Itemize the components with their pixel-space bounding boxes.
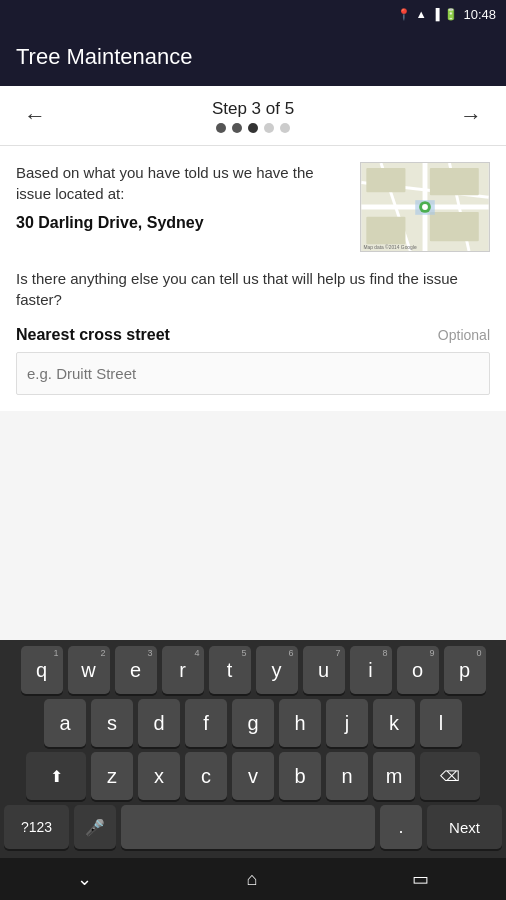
key-m[interactable]: m xyxy=(373,752,415,800)
cross-street-input[interactable] xyxy=(16,352,490,395)
key-z[interactable]: z xyxy=(91,752,133,800)
app-bar-title: Tree Maintenance xyxy=(16,44,193,70)
keyboard: q1 w2 e3 r4 t5 y6 u7 i8 o9 p0 a s d f g … xyxy=(0,640,506,858)
status-time: 10:48 xyxy=(463,7,496,22)
step-header: ← Step 3 of 5 → xyxy=(0,86,506,146)
nav-home-icon[interactable]: ⌂ xyxy=(247,869,258,890)
key-numbers[interactable]: ?123 xyxy=(4,805,69,849)
forward-button[interactable]: → xyxy=(452,95,490,137)
dot-5 xyxy=(280,123,290,133)
svg-rect-9 xyxy=(366,217,405,244)
key-y[interactable]: y6 xyxy=(256,646,298,694)
bottom-nav: ⌄ ⌂ ▭ xyxy=(0,858,506,900)
svg-text:Map data ©2014 Google: Map data ©2014 Google xyxy=(363,244,416,250)
key-r[interactable]: r4 xyxy=(162,646,204,694)
battery-icon: 🔋 xyxy=(444,8,458,21)
key-s[interactable]: s xyxy=(91,699,133,747)
keyboard-row-2: a s d f g h j k l xyxy=(4,699,502,747)
keyboard-row-1: q1 w2 e3 r4 t5 y6 u7 i8 o9 p0 xyxy=(4,646,502,694)
dot-4 xyxy=(264,123,274,133)
key-o[interactable]: o9 xyxy=(397,646,439,694)
key-u[interactable]: u7 xyxy=(303,646,345,694)
nav-back-icon[interactable]: ⌄ xyxy=(77,868,92,890)
key-l[interactable]: l xyxy=(420,699,462,747)
field-optional: Optional xyxy=(438,327,490,343)
key-mic[interactable]: 🎤 xyxy=(74,805,116,849)
content-area: Based on what you have told us we have t… xyxy=(0,146,506,411)
location-address: 30 Darling Drive, Sydney xyxy=(16,214,348,232)
back-button[interactable]: ← xyxy=(16,95,54,137)
key-x[interactable]: x xyxy=(138,752,180,800)
key-k[interactable]: k xyxy=(373,699,415,747)
key-v[interactable]: v xyxy=(232,752,274,800)
key-f[interactable]: f xyxy=(185,699,227,747)
field-label-row: Nearest cross street Optional xyxy=(16,326,490,344)
step-title: Step 3 of 5 xyxy=(212,99,294,119)
svg-rect-8 xyxy=(430,212,479,241)
key-b[interactable]: b xyxy=(279,752,321,800)
location-text: Based on what you have told us we have t… xyxy=(16,162,360,232)
status-bar: 📍 ▲ ▐ 🔋 10:48 xyxy=(0,0,506,28)
key-e[interactable]: e3 xyxy=(115,646,157,694)
key-delete[interactable]: ⌫ xyxy=(420,752,480,800)
signal-icon: ▐ xyxy=(432,8,440,20)
keyboard-row-bottom: ?123 🎤 . Next xyxy=(4,805,502,849)
svg-rect-7 xyxy=(430,168,479,195)
help-text: Is there anything else you can tell us t… xyxy=(16,268,490,310)
location-description: Based on what you have told us we have t… xyxy=(16,162,348,204)
key-h[interactable]: h xyxy=(279,699,321,747)
svg-point-12 xyxy=(422,204,428,210)
dot-1 xyxy=(216,123,226,133)
key-c[interactable]: c xyxy=(185,752,227,800)
key-i[interactable]: i8 xyxy=(350,646,392,694)
step-center: Step 3 of 5 xyxy=(212,99,294,133)
dot-3 xyxy=(248,123,258,133)
key-a[interactable]: a xyxy=(44,699,86,747)
keyboard-row-3: ⬆ z x c v b n m ⌫ xyxy=(4,752,502,800)
map-thumbnail: Map data ©2014 Google xyxy=(360,162,490,252)
key-space[interactable] xyxy=(121,805,375,849)
key-n[interactable]: n xyxy=(326,752,368,800)
key-q[interactable]: q1 xyxy=(21,646,63,694)
key-shift[interactable]: ⬆ xyxy=(26,752,86,800)
location-section: Based on what you have told us we have t… xyxy=(16,162,490,252)
key-p[interactable]: p0 xyxy=(444,646,486,694)
key-t[interactable]: t5 xyxy=(209,646,251,694)
key-g[interactable]: g xyxy=(232,699,274,747)
status-icons: 📍 ▲ ▐ 🔋 10:48 xyxy=(397,7,496,22)
key-next[interactable]: Next xyxy=(427,805,502,849)
key-period[interactable]: . xyxy=(380,805,422,849)
step-dots xyxy=(216,123,290,133)
app-bar: Tree Maintenance xyxy=(0,28,506,86)
key-j[interactable]: j xyxy=(326,699,368,747)
key-w[interactable]: w2 xyxy=(68,646,110,694)
nav-recent-icon[interactable]: ▭ xyxy=(412,868,429,890)
key-d[interactable]: d xyxy=(138,699,180,747)
svg-rect-6 xyxy=(366,168,405,192)
wifi-icon: ▲ xyxy=(416,8,427,20)
dot-2 xyxy=(232,123,242,133)
location-icon: 📍 xyxy=(397,8,411,21)
field-label: Nearest cross street xyxy=(16,326,170,344)
